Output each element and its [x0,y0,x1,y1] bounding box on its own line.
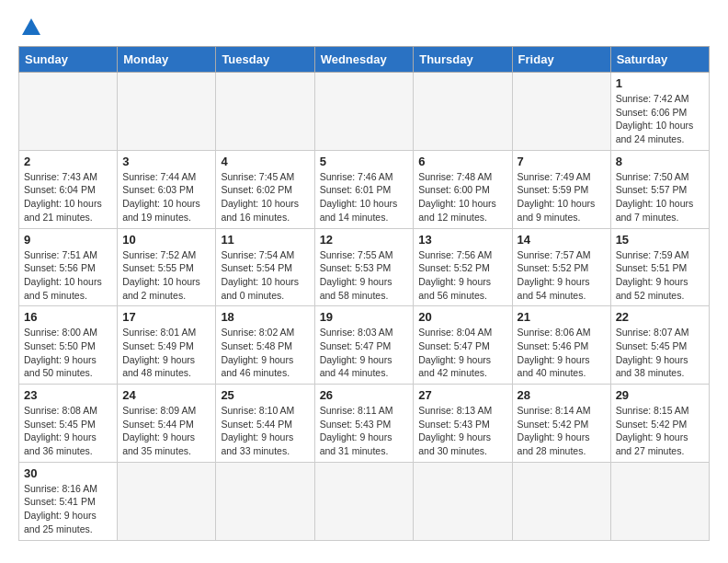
calendar-cell [512,462,610,540]
day-info: Sunrise: 7:56 AMSunset: 5:52 PMDaylight:… [418,248,506,303]
day-number: 7 [518,155,606,168]
day-number: 20 [418,310,506,324]
day-info: Sunrise: 8:09 AMSunset: 5:44 PMDaylight:… [122,404,210,458]
calendar-cell: 12Sunrise: 7:55 AMSunset: 5:53 PMDayligh… [314,228,414,306]
calendar-cell [216,462,314,540]
logo-triangle-icon [22,18,40,35]
col-tuesday: Tuesday [216,47,314,73]
day-number: 16 [24,310,112,324]
day-info: Sunrise: 8:13 AMSunset: 5:43 PMDaylight:… [418,404,506,458]
calendar-cell: 4Sunrise: 7:45 AMSunset: 6:02 PMDaylight… [216,150,314,228]
col-friday: Friday [512,47,610,73]
calendar-header: Sunday Monday Tuesday Wednesday Thursday… [19,47,710,73]
calendar-cell [512,73,610,151]
calendar-cell: 18Sunrise: 8:02 AMSunset: 5:48 PMDayligh… [216,306,314,385]
calendar-cell: 26Sunrise: 8:11 AMSunset: 5:43 PMDayligh… [314,385,414,463]
calendar-cell: 27Sunrise: 8:13 AMSunset: 5:43 PMDayligh… [414,385,512,463]
day-info: Sunrise: 8:00 AMSunset: 5:50 PMDaylight:… [24,326,112,380]
day-info: Sunrise: 8:02 AMSunset: 5:48 PMDaylight:… [221,326,309,380]
calendar-cell: 3Sunrise: 7:44 AMSunset: 6:03 PMDaylight… [118,150,216,228]
day-info: Sunrise: 8:08 AMSunset: 5:45 PMDaylight:… [24,404,112,458]
calendar-cell: 8Sunrise: 7:50 AMSunset: 5:57 PMDaylight… [610,150,709,228]
day-number: 21 [518,310,606,324]
calendar-cell: 13Sunrise: 7:56 AMSunset: 5:52 PMDayligh… [414,228,512,306]
calendar-cell: 22Sunrise: 8:07 AMSunset: 5:45 PMDayligh… [610,306,709,385]
day-number: 10 [122,233,210,247]
day-info: Sunrise: 8:03 AMSunset: 5:47 PMDaylight:… [320,326,409,380]
col-sunday: Sunday [19,47,118,73]
calendar-cell [414,462,512,540]
day-info: Sunrise: 7:46 AMSunset: 6:01 PMDaylight:… [320,170,409,224]
calendar-cell: 9Sunrise: 7:51 AMSunset: 5:56 PMDaylight… [19,228,118,306]
calendar-cell: 23Sunrise: 8:08 AMSunset: 5:45 PMDayligh… [19,385,118,463]
day-number: 5 [320,155,409,168]
calendar-cell [314,73,414,151]
day-info: Sunrise: 8:07 AMSunset: 5:45 PMDaylight:… [616,326,704,380]
day-number: 22 [616,310,704,324]
day-number: 30 [24,466,112,480]
day-number: 3 [122,155,210,168]
day-info: Sunrise: 8:10 AMSunset: 5:44 PMDaylight:… [221,404,309,458]
col-monday: Monday [118,47,216,73]
calendar-week-6: 30Sunrise: 8:16 AMSunset: 5:41 PMDayligh… [19,462,710,540]
day-info: Sunrise: 7:50 AMSunset: 5:57 PMDaylight:… [616,170,704,224]
calendar-week-1: 1Sunrise: 7:42 AMSunset: 6:06 PMDaylight… [19,73,710,151]
day-number: 1 [616,76,704,90]
calendar-cell [414,73,512,151]
col-thursday: Thursday [414,47,512,73]
day-number: 29 [616,388,704,402]
day-number: 9 [24,233,112,247]
day-number: 8 [616,155,704,168]
day-info: Sunrise: 8:11 AMSunset: 5:43 PMDaylight:… [320,404,409,458]
calendar-cell: 1Sunrise: 7:42 AMSunset: 6:06 PMDaylight… [610,73,709,151]
day-info: Sunrise: 7:49 AMSunset: 5:59 PMDaylight:… [518,170,606,224]
calendar-week-5: 23Sunrise: 8:08 AMSunset: 5:45 PMDayligh… [19,385,710,463]
calendar-cell: 24Sunrise: 8:09 AMSunset: 5:44 PMDayligh… [118,385,216,463]
calendar-week-2: 2Sunrise: 7:43 AMSunset: 6:04 PMDaylight… [19,150,710,228]
calendar-cell: 10Sunrise: 7:52 AMSunset: 5:55 PMDayligh… [118,228,216,306]
header-row: Sunday Monday Tuesday Wednesday Thursday… [19,47,710,73]
calendar-cell [118,462,216,540]
calendar-week-3: 9Sunrise: 7:51 AMSunset: 5:56 PMDaylight… [19,228,710,306]
day-info: Sunrise: 7:59 AMSunset: 5:51 PMDaylight:… [616,248,704,303]
day-info: Sunrise: 7:43 AMSunset: 6:04 PMDaylight:… [24,170,112,224]
day-number: 15 [616,233,704,247]
calendar-body: 1Sunrise: 7:42 AMSunset: 6:06 PMDaylight… [19,73,710,541]
calendar-cell: 15Sunrise: 7:59 AMSunset: 5:51 PMDayligh… [610,228,709,306]
page-header [18,18,710,39]
calendar-cell: 11Sunrise: 7:54 AMSunset: 5:54 PMDayligh… [216,228,314,306]
day-info: Sunrise: 7:42 AMSunset: 6:06 PMDaylight:… [616,92,704,146]
day-info: Sunrise: 7:48 AMSunset: 6:00 PMDaylight:… [418,170,506,224]
calendar-cell [610,462,709,540]
day-number: 23 [24,388,112,402]
calendar-cell: 28Sunrise: 8:14 AMSunset: 5:42 PMDayligh… [512,385,610,463]
calendar-table: Sunday Monday Tuesday Wednesday Thursday… [18,46,710,541]
day-info: Sunrise: 7:44 AMSunset: 6:03 PMDaylight:… [122,170,210,224]
calendar-cell: 20Sunrise: 8:04 AMSunset: 5:47 PMDayligh… [414,306,512,385]
day-number: 13 [418,233,506,247]
col-wednesday: Wednesday [314,47,414,73]
calendar-cell: 25Sunrise: 8:10 AMSunset: 5:44 PMDayligh… [216,385,314,463]
day-info: Sunrise: 8:01 AMSunset: 5:49 PMDaylight:… [122,326,210,380]
day-number: 12 [320,233,409,247]
day-info: Sunrise: 7:45 AMSunset: 6:02 PMDaylight:… [221,170,309,224]
calendar-cell: 6Sunrise: 7:48 AMSunset: 6:00 PMDaylight… [414,150,512,228]
calendar-cell [314,462,414,540]
day-info: Sunrise: 8:06 AMSunset: 5:46 PMDaylight:… [518,326,606,380]
day-number: 18 [221,310,309,324]
day-number: 24 [122,388,210,402]
day-info: Sunrise: 7:57 AMSunset: 5:52 PMDaylight:… [518,248,606,303]
day-number: 26 [320,388,409,402]
day-number: 17 [122,310,210,324]
day-info: Sunrise: 8:04 AMSunset: 5:47 PMDaylight:… [418,326,506,380]
day-number: 28 [518,388,606,402]
day-number: 14 [518,233,606,247]
day-number: 6 [418,155,506,168]
day-number: 19 [320,310,409,324]
calendar-cell: 14Sunrise: 7:57 AMSunset: 5:52 PMDayligh… [512,228,610,306]
calendar-cell [118,73,216,151]
calendar-cell: 7Sunrise: 7:49 AMSunset: 5:59 PMDaylight… [512,150,610,228]
calendar-cell: 16Sunrise: 8:00 AMSunset: 5:50 PMDayligh… [19,306,118,385]
day-info: Sunrise: 8:15 AMSunset: 5:42 PMDaylight:… [616,404,704,458]
calendar-cell [19,73,118,151]
